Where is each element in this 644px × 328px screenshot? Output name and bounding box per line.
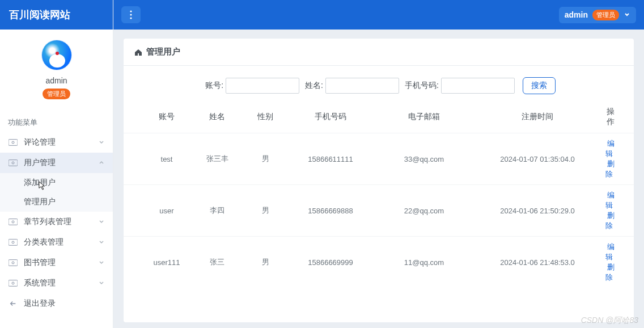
chevron-down-icon	[98, 279, 105, 288]
role-badge: 管理员	[43, 89, 70, 99]
cell-email: 22@qq.com	[373, 185, 475, 237]
cell-actions: 编辑删除	[600, 185, 634, 237]
topbar-user-name: admin	[565, 10, 588, 19]
submenu-item-label: 添加用户	[24, 178, 56, 187]
table-row: user李四男1586666988822@qq.com2024-01-06 21…	[124, 185, 634, 237]
svg-point-7	[12, 241, 14, 243]
topbar: admin 管理员	[113, 0, 644, 30]
money-icon	[8, 159, 18, 167]
delete-link[interactable]: 删除	[605, 263, 615, 281]
cell-account: test	[124, 133, 192, 185]
cell-phone: 15866669999	[288, 237, 373, 288]
cell-time: 2024-01-06 21:48:53.0	[475, 237, 600, 288]
money-icon	[8, 238, 18, 246]
user-dropdown[interactable]: admin 管理员	[559, 7, 636, 23]
topbar-role-badge: 管理员	[592, 10, 619, 20]
submenu-manage-user[interactable]: 管理用户	[0, 192, 113, 212]
submenu-item-label: 管理用户	[24, 197, 56, 206]
sidebar-item-book[interactable]: 图书管理	[0, 253, 113, 273]
svg-point-13	[130, 14, 132, 15]
cell-name: 李四	[192, 185, 243, 237]
main: admin 管理员 管理用户 账号: 姓名: 手机号码: 搜索	[113, 0, 644, 328]
svg-rect-2	[9, 160, 18, 166]
sidebar-item-label: 分类表管理	[24, 237, 63, 247]
dots-vertical-icon	[130, 10, 132, 19]
svg-point-9	[12, 262, 14, 264]
svg-rect-10	[9, 280, 18, 287]
sidebar-item-comment[interactable]: 评论管理	[0, 132, 113, 153]
money-icon	[8, 218, 18, 226]
chevron-down-icon	[98, 238, 105, 247]
chevron-down-icon	[624, 10, 630, 19]
svg-point-3	[12, 162, 14, 164]
svg-point-14	[130, 17, 132, 19]
svg-point-5	[12, 221, 14, 223]
cell-time: 2024-01-07 01:35:04.0	[475, 133, 600, 185]
chevron-up-icon	[98, 158, 105, 167]
table-header-row: 账号 姓名 性别 手机号码 电子邮箱 注册时间 操作	[124, 101, 634, 133]
cell-gender: 男	[243, 133, 288, 185]
account-input[interactable]	[226, 78, 299, 94]
cell-email: 33@qq.com	[373, 133, 475, 185]
table-row: user111张三男1586666999911@qq.com2024-01-06…	[124, 237, 634, 288]
sidebar-item-system[interactable]: 系统管理	[0, 273, 113, 293]
svg-point-12	[130, 10, 132, 12]
sidebar-item-user[interactable]: 用户管理	[0, 153, 113, 173]
sidebar-item-label: 图书管理	[24, 258, 56, 268]
money-icon	[8, 138, 18, 146]
phone-input[interactable]	[441, 78, 515, 94]
chevron-down-icon	[98, 138, 105, 147]
home-icon	[134, 48, 143, 57]
sidebar-item-label: 退出登录	[24, 298, 56, 309]
cell-gender: 男	[243, 185, 288, 237]
delete-link[interactable]: 删除	[605, 159, 615, 178]
col-actions: 操作	[600, 101, 634, 133]
name-input[interactable]	[325, 78, 399, 94]
name-label: 姓名:	[305, 81, 323, 91]
svg-point-11	[12, 282, 14, 284]
submenu-add-user[interactable]: 添加用户	[0, 173, 113, 192]
submenu-user: 添加用户 管理用户	[0, 173, 113, 212]
panel-header: 管理用户	[124, 39, 634, 66]
avatar[interactable]	[41, 40, 72, 70]
delete-link[interactable]: 删除	[605, 211, 615, 230]
cell-account: user111	[124, 237, 192, 288]
edit-link[interactable]: 编辑	[605, 191, 615, 209]
profile-name: admin	[45, 76, 67, 85]
svg-rect-8	[9, 260, 18, 266]
phone-label: 手机号码:	[405, 81, 439, 91]
page-title: 管理用户	[146, 47, 180, 57]
edit-link[interactable]: 编辑	[605, 242, 615, 261]
cell-phone: 15866669888	[288, 185, 373, 237]
search-button[interactable]: 搜索	[523, 77, 556, 94]
money-icon	[8, 259, 18, 267]
cell-time: 2024-01-06 21:50:29.0	[475, 185, 600, 237]
svg-rect-6	[9, 239, 18, 246]
edit-link[interactable]: 编辑	[605, 139, 615, 158]
col-email: 电子邮箱	[373, 101, 475, 133]
svg-rect-0	[9, 140, 18, 146]
sidebar-item-label: 评论管理	[24, 137, 56, 148]
sidebar-item-logout[interactable]: 退出登录	[0, 293, 113, 314]
cell-account: user	[124, 185, 192, 237]
sidebar-item-label: 用户管理	[24, 158, 56, 168]
sidebar-item-category[interactable]: 分类表管理	[0, 232, 113, 253]
cell-gender: 男	[243, 237, 288, 288]
menu-list: 评论管理 用户管理 添加用户 管理用户 章节列表管理	[0, 132, 113, 314]
chevron-down-icon	[98, 258, 105, 267]
brand-title: 百川阅读网站	[0, 0, 113, 30]
sidebar-item-label: 系统管理	[24, 278, 56, 288]
search-bar: 账号: 姓名: 手机号码: 搜索	[124, 66, 634, 101]
menu-toggle-button[interactable]	[121, 6, 141, 23]
col-time: 注册时间	[475, 101, 600, 133]
content: 管理用户 账号: 姓名: 手机号码: 搜索 账号 姓名	[113, 30, 644, 328]
panel: 管理用户 账号: 姓名: 手机号码: 搜索 账号 姓名	[124, 39, 634, 322]
cell-actions: 编辑删除	[600, 133, 634, 185]
profile-block: admin 管理员	[0, 30, 113, 107]
arrow-left-icon	[8, 300, 18, 308]
table-row: test张三丰男1586661111133@qq.com2024-01-07 0…	[124, 133, 634, 185]
cell-name: 张三丰	[192, 133, 243, 185]
col-gender: 性别	[243, 101, 288, 133]
svg-rect-4	[9, 219, 18, 225]
sidebar-item-chapter[interactable]: 章节列表管理	[0, 212, 113, 232]
